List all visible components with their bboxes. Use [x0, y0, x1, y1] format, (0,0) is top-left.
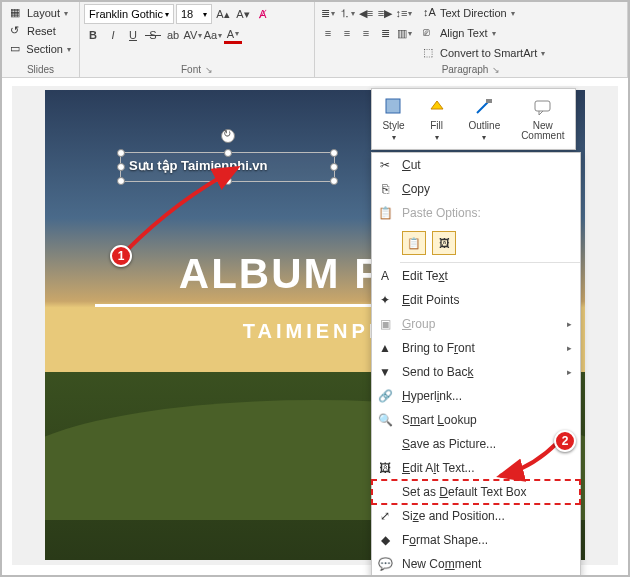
- justify-button[interactable]: ≣: [376, 24, 394, 42]
- bring-front-icon: ▲: [376, 341, 394, 355]
- increase-indent-button[interactable]: ≡▶: [376, 4, 394, 22]
- ribbon-group-font: Franklin Gothic▾ 18▾ A▴ A▾ A̸ B I U S ab…: [80, 2, 315, 77]
- paste-keep-source[interactable]: 📋: [402, 231, 426, 255]
- paragraph-dialog-launcher[interactable]: ↘: [492, 65, 500, 75]
- align-text-button[interactable]: ⎚Align Text: [419, 24, 549, 42]
- strikethrough-button[interactable]: S: [144, 26, 162, 44]
- clear-formatting-button[interactable]: A̸: [254, 5, 272, 23]
- layout-label: Layout: [27, 7, 60, 19]
- outline-icon: [473, 96, 495, 118]
- ribbon: ▦Layout ↺Reset ▭Section Slides Franklin …: [2, 2, 628, 78]
- resize-handle-tr[interactable]: [330, 149, 338, 157]
- font-name-combo[interactable]: Franklin Gothic▾: [84, 4, 174, 24]
- mini-style-button[interactable]: Style▾: [382, 96, 404, 142]
- format-shape-icon: ◆: [376, 533, 394, 547]
- resize-handle-tl[interactable]: [117, 149, 125, 157]
- reset-button[interactable]: ↺Reset: [6, 22, 75, 40]
- new-comment-icon: 💬: [376, 557, 394, 571]
- bold-button[interactable]: B: [84, 26, 102, 44]
- ctx-set-default-textbox[interactable]: Set as Default Text Box: [372, 480, 580, 504]
- align-left-button[interactable]: ≡: [319, 24, 337, 42]
- ctx-edit-points[interactable]: ✦Edit Points: [372, 288, 580, 312]
- ribbon-group-paragraph: ≣ ⒈ ◀≡ ≡▶ ↕≡ ≡ ≡ ≡ ≣ ▥ ↕AText Direction …: [315, 2, 628, 77]
- cut-icon: ✂: [376, 158, 394, 172]
- ctx-send-back[interactable]: ▼Send to Back▸: [372, 360, 580, 384]
- paste-icon: 📋: [376, 206, 394, 220]
- numbering-button[interactable]: ⒈: [338, 4, 356, 22]
- slides-group-label: Slides: [6, 62, 75, 77]
- resize-handle-br[interactable]: [330, 177, 338, 185]
- section-button[interactable]: ▭Section: [6, 40, 75, 58]
- ctx-size-position[interactable]: ⤢Size and Position...: [372, 504, 580, 528]
- resize-handle-l[interactable]: [117, 163, 125, 171]
- font-color-button[interactable]: A: [224, 26, 242, 44]
- underline-button[interactable]: U: [124, 26, 142, 44]
- style-icon: [383, 96, 405, 118]
- paragraph-group-label: Paragraph↘: [319, 62, 623, 77]
- convert-smartart-button[interactable]: ⬚Convert to SmartArt: [419, 44, 549, 62]
- edit-text-icon: A: [376, 269, 394, 283]
- resize-handle-bl[interactable]: [117, 177, 125, 185]
- edit-points-icon: ✦: [376, 293, 394, 307]
- svg-rect-0: [386, 99, 400, 113]
- text-direction-label: Text Direction: [440, 7, 507, 19]
- annotation-badge-1: 1: [110, 245, 132, 267]
- ctx-format-shape[interactable]: ◆Format Shape...: [372, 528, 580, 552]
- fill-icon: [426, 96, 448, 118]
- convert-smartart-label: Convert to SmartArt: [440, 47, 537, 59]
- mini-outline-button[interactable]: Outline▾: [469, 96, 501, 142]
- group-icon: ▣: [376, 317, 394, 331]
- ctx-cut[interactable]: ✂Cut: [372, 153, 580, 177]
- copy-icon: ⎘: [376, 182, 394, 196]
- comment-icon: [532, 97, 554, 119]
- align-right-button[interactable]: ≡: [357, 24, 375, 42]
- resize-handle-t[interactable]: [224, 149, 232, 157]
- resize-handle-r[interactable]: [330, 163, 338, 171]
- mini-new-comment-button[interactable]: New Comment: [521, 97, 564, 141]
- ctx-paste-options-label: 📋Paste Options:: [372, 201, 580, 225]
- send-back-icon: ▼: [376, 365, 394, 379]
- rotate-handle[interactable]: [221, 129, 235, 143]
- columns-button[interactable]: ▥: [395, 24, 413, 42]
- decrease-indent-button[interactable]: ◀≡: [357, 4, 375, 22]
- size-icon: ⤢: [376, 509, 394, 523]
- char-spacing-button[interactable]: AV: [184, 26, 202, 44]
- shrink-font-button[interactable]: A▾: [234, 5, 252, 23]
- font-size-combo[interactable]: 18▾: [176, 4, 212, 24]
- font-dialog-launcher[interactable]: ↘: [205, 65, 213, 75]
- text-shadow-button[interactable]: ab: [164, 26, 182, 44]
- ctx-edit-text[interactable]: AEdit Text: [372, 264, 580, 288]
- ribbon-group-slides: ▦Layout ↺Reset ▭Section Slides: [2, 2, 80, 77]
- smart-lookup-icon: 🔍: [376, 413, 394, 427]
- paste-picture[interactable]: 🖼: [432, 231, 456, 255]
- ctx-group: ▣Group▸: [372, 312, 580, 336]
- selected-text-box[interactable]: Sưu tập Taimienphi.vn: [120, 152, 335, 182]
- ctx-hyperlink[interactable]: 🔗Hyperlink...: [372, 384, 580, 408]
- ctx-copy[interactable]: ⎘Copy: [372, 177, 580, 201]
- ctx-edit-alt-text[interactable]: 🖼Edit Alt Text...: [372, 456, 580, 480]
- layout-button[interactable]: ▦Layout: [6, 4, 75, 22]
- italic-button[interactable]: I: [104, 26, 122, 44]
- reset-label: Reset: [27, 25, 56, 37]
- alt-text-icon: 🖼: [376, 461, 394, 475]
- change-case-button[interactable]: Aa: [204, 26, 222, 44]
- ctx-new-comment[interactable]: 💬New Comment: [372, 552, 580, 576]
- ctx-bring-front[interactable]: ▲Bring to Front▸: [372, 336, 580, 360]
- bullets-button[interactable]: ≣: [319, 4, 337, 22]
- ctx-save-picture[interactable]: Save as Picture...: [372, 432, 580, 456]
- ctx-paste-options: 📋 🖼: [372, 225, 580, 261]
- svg-rect-2: [535, 101, 550, 111]
- line-spacing-button[interactable]: ↕≡: [395, 4, 413, 22]
- svg-rect-1: [486, 99, 492, 103]
- ctx-smart-lookup[interactable]: 🔍Smart Lookup: [372, 408, 580, 432]
- mini-toolbar: Style▾ Fill▾ Outline▾ New Comment: [371, 88, 576, 150]
- grow-font-button[interactable]: A▴: [214, 5, 232, 23]
- context-menu: ✂Cut ⎘Copy 📋Paste Options: 📋 🖼 AEdit Tex…: [371, 152, 581, 577]
- resize-handle-b[interactable]: [224, 177, 232, 185]
- align-text-label: Align Text: [440, 27, 488, 39]
- mini-fill-button[interactable]: Fill▾: [426, 96, 448, 142]
- text-direction-button[interactable]: ↕AText Direction: [419, 4, 549, 22]
- align-center-button[interactable]: ≡: [338, 24, 356, 42]
- font-group-label: Font↘: [84, 62, 310, 77]
- section-label: Section: [26, 43, 63, 55]
